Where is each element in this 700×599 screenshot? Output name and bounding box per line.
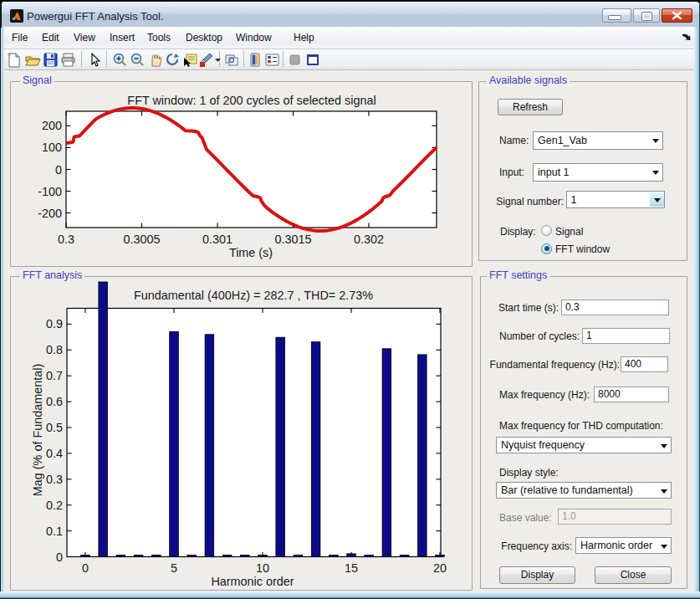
- svg-text:0.6: 0.6: [46, 395, 63, 408]
- svg-text:0.5: 0.5: [46, 421, 63, 434]
- svg-text:0: 0: [56, 550, 63, 564]
- svg-text:0.3: 0.3: [58, 233, 74, 246]
- svg-text:0: 0: [82, 561, 89, 575]
- svg-text:20: 20: [433, 561, 447, 575]
- svg-text:FFT window: 1 of 200 cycles of: FFT window: 1 of 200 cycles of selected …: [127, 94, 376, 107]
- svg-text:0.1: 0.1: [46, 525, 63, 538]
- svg-text:-100: -100: [38, 185, 62, 198]
- svg-text:0.8: 0.8: [46, 343, 63, 356]
- svg-text:0: 0: [55, 163, 62, 177]
- svg-text:0.2: 0.2: [46, 499, 63, 512]
- svg-text:15: 15: [345, 561, 358, 575]
- svg-text:0.3: 0.3: [46, 473, 63, 486]
- svg-text:0.4: 0.4: [46, 447, 63, 460]
- svg-text:0.3005: 0.3005: [123, 233, 160, 246]
- svg-text:0.9: 0.9: [46, 317, 63, 330]
- svg-text:200: 200: [42, 119, 62, 132]
- svg-text:5: 5: [171, 561, 177, 575]
- svg-text:Time (s): Time (s): [229, 246, 273, 259]
- svg-text:-200: -200: [38, 207, 62, 220]
- svg-text:0.302: 0.302: [354, 233, 384, 246]
- svg-text:0.7: 0.7: [46, 369, 63, 382]
- svg-text:10: 10: [256, 561, 269, 575]
- svg-text:0.301: 0.301: [202, 233, 232, 246]
- svg-text:Harmonic order: Harmonic order: [211, 575, 294, 588]
- svg-text:Mag (% of Fundamental): Mag (% of Fundamental): [31, 364, 44, 496]
- svg-text:100: 100: [42, 141, 62, 154]
- svg-text:0.3015: 0.3015: [274, 233, 311, 246]
- svg-text:Fundamental (400Hz) = 282.7 ,: Fundamental (400Hz) = 282.7 , THD= 2.73%: [134, 289, 373, 302]
